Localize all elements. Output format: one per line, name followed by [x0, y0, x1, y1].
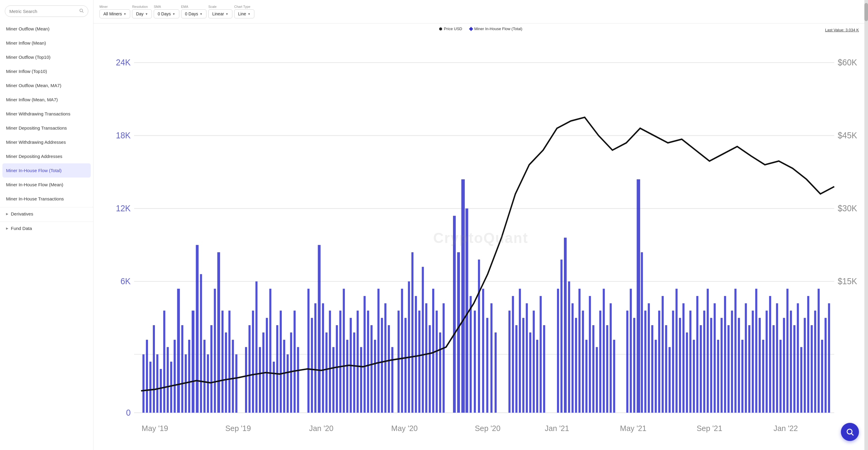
svg-rect-84 — [360, 347, 362, 413]
svg-rect-193 — [786, 289, 788, 413]
svg-rect-64 — [283, 340, 285, 413]
svg-rect-101 — [422, 267, 424, 413]
svg-rect-28 — [150, 362, 152, 413]
svg-line-207 — [851, 433, 853, 435]
svg-rect-204 — [825, 318, 827, 413]
svg-line-1 — [82, 11, 84, 13]
chart-type-dropdown[interactable]: Line ▼ — [234, 9, 254, 19]
svg-rect-157 — [661, 296, 664, 413]
search-input[interactable] — [9, 9, 79, 14]
svg-rect-49 — [225, 332, 227, 413]
svg-rect-47 — [217, 252, 220, 413]
svg-rect-145 — [610, 303, 612, 413]
main-content: Miner All Miners ▼ Resolution Day ▼ SMA … — [93, 0, 868, 450]
scrollbar[interactable] — [864, 0, 868, 450]
svg-rect-44 — [207, 355, 209, 413]
scale-label: Scale — [208, 5, 217, 8]
scale-filter-group: Scale Linear ▼ — [208, 5, 232, 19]
chevron-down-icon: ▼ — [173, 12, 176, 16]
sidebar-section-label: Derivatives — [11, 211, 33, 216]
svg-rect-90 — [381, 318, 383, 413]
sidebar-item-miner-outflow-mean[interactable]: Miner Outflow (Mean) — [0, 22, 93, 36]
sidebar-section-fund-data[interactable]: ▶ Fund Data — [0, 221, 93, 235]
sidebar-section-label: Fund Data — [11, 226, 32, 231]
svg-rect-73 — [322, 303, 324, 413]
svg-rect-203 — [821, 340, 823, 413]
svg-rect-67 — [293, 310, 296, 413]
svg-rect-119 — [508, 310, 510, 413]
svg-rect-192 — [783, 318, 785, 413]
svg-rect-142 — [599, 310, 601, 413]
sidebar-item-miner-outflow-top10[interactable]: Miner Outflow (Top10) — [0, 50, 93, 64]
svg-rect-71 — [314, 303, 316, 413]
svg-rect-153 — [648, 303, 650, 413]
miner-filter-group: Miner All Miners ▼ — [99, 5, 130, 19]
chart-type-label: Chart Type — [234, 5, 250, 8]
svg-rect-156 — [658, 310, 660, 413]
svg-rect-94 — [398, 310, 400, 413]
ema-dropdown[interactable]: 0 Days ▼ — [181, 9, 207, 19]
sidebar-item-miner-withdrawing-transactions[interactable]: Miner Withdrawing Transactions — [0, 107, 93, 121]
svg-rect-200 — [811, 325, 813, 413]
svg-text:Jan '20: Jan '20 — [309, 423, 334, 433]
toolbar: Miner All Miners ▼ Resolution Day ▼ SMA … — [93, 0, 868, 24]
svg-rect-62 — [276, 325, 278, 413]
svg-rect-130 — [557, 289, 559, 413]
svg-rect-118 — [495, 332, 497, 413]
resolution-value: Day — [136, 11, 144, 16]
search-fab-button[interactable] — [841, 423, 859, 441]
sidebar-item-miner-inflow-mean[interactable]: Miner Inflow (Mean) — [0, 36, 93, 50]
svg-rect-110 — [461, 179, 465, 413]
sidebar-item-miner-in-house-transactions[interactable]: Miner In-House Transactions — [0, 192, 93, 206]
svg-text:18K: 18K — [116, 130, 130, 141]
sidebar-item-miner-outflow-mean-ma7[interactable]: Miner Outflow (Mean, MA7) — [0, 78, 93, 93]
sidebar-item-miner-depositing-addresses[interactable]: Miner Depositing Addresses — [0, 149, 93, 163]
svg-rect-100 — [418, 310, 421, 413]
svg-text:$15K: $15K — [838, 276, 858, 286]
sma-dropdown[interactable]: 0 Days ▼ — [154, 9, 179, 19]
svg-rect-78 — [339, 310, 341, 413]
sidebar-items-list: Miner Outflow (Mean)Miner Inflow (Mean)M… — [0, 22, 93, 206]
svg-rect-147 — [626, 310, 628, 413]
svg-rect-35 — [174, 340, 176, 413]
scale-dropdown[interactable]: Linear ▼ — [208, 9, 232, 19]
svg-rect-85 — [364, 296, 366, 413]
svg-rect-32 — [163, 310, 165, 413]
sidebar-section-derivatives[interactable]: ▶ Derivatives — [0, 207, 93, 220]
svg-rect-29 — [153, 325, 155, 413]
svg-rect-80 — [346, 340, 348, 413]
svg-rect-76 — [333, 347, 335, 413]
scrollbar-thumb[interactable] — [864, 3, 868, 21]
chart-type-filter-group: Chart Type Line ▼ — [234, 5, 254, 19]
svg-rect-122 — [519, 289, 521, 413]
svg-rect-77 — [336, 325, 338, 413]
svg-rect-161 — [675, 289, 678, 413]
svg-rect-179 — [738, 318, 740, 413]
svg-rect-198 — [804, 318, 806, 413]
flow-legend-label: Miner In-House Flow (Total) — [474, 27, 523, 31]
svg-text:Sep '21: Sep '21 — [697, 423, 722, 433]
miner-dropdown[interactable]: All Miners ▼ — [99, 9, 130, 19]
svg-rect-111 — [465, 209, 468, 413]
svg-rect-125 — [529, 332, 531, 413]
svg-rect-97 — [408, 281, 410, 413]
search-box[interactable] — [5, 5, 88, 17]
sidebar-item-miner-inflow-mean-ma7[interactable]: Miner Inflow (Mean, MA7) — [0, 93, 93, 107]
svg-rect-131 — [561, 260, 563, 413]
chevron-down-icon: ▼ — [123, 12, 126, 16]
svg-rect-66 — [290, 332, 292, 413]
sidebar-item-miner-depositing-transactions[interactable]: Miner Depositing Transactions — [0, 121, 93, 135]
sidebar-item-miner-inflow-top10[interactable]: Miner Inflow (Top10) — [0, 64, 93, 78]
svg-rect-176 — [727, 325, 730, 413]
resolution-filter-group: Resolution Day ▼ — [132, 5, 152, 19]
svg-rect-172 — [714, 303, 716, 413]
search-icon — [79, 8, 84, 14]
svg-rect-92 — [388, 325, 390, 413]
resolution-dropdown[interactable]: Day ▼ — [132, 9, 152, 19]
svg-rect-155 — [655, 340, 657, 413]
chart-svg-container: CryptoQuant 24K 18K 12K 6K 0 $60K $45K $… — [99, 33, 862, 442]
sidebar-item-miner-in-house-flow-mean[interactable]: Miner In-House Flow (Mean) — [0, 178, 93, 192]
svg-rect-158 — [665, 325, 667, 413]
sidebar-item-miner-withdrawing-addresses[interactable]: Miner Withdrawing Addresses — [0, 135, 93, 149]
sidebar-item-miner-in-house-flow-total[interactable]: Miner In-House Flow (Total) — [2, 163, 91, 178]
